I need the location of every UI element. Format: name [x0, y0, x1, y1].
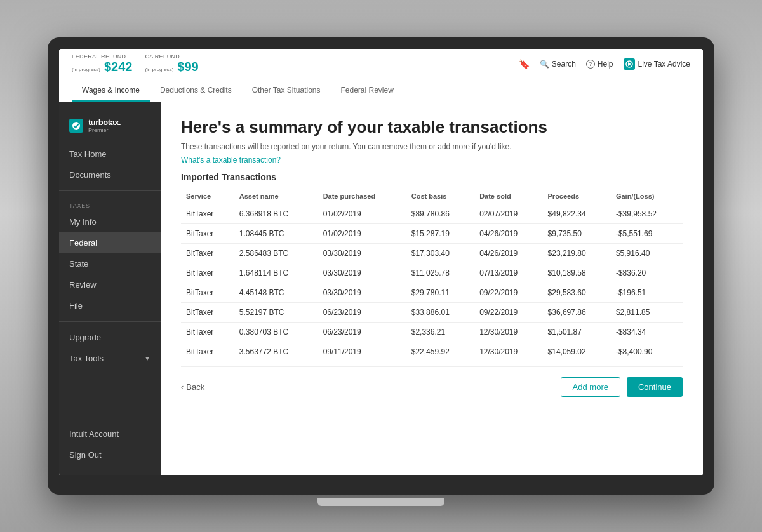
sidebar-divider-bottom	[59, 321, 161, 322]
help-button[interactable]: ? Help	[586, 60, 613, 69]
cell-service: BitTaxer	[181, 263, 234, 283]
live-tax-advice-button[interactable]: Live Tax Advice	[624, 58, 691, 70]
search-icon: 🔍	[540, 60, 549, 69]
cell-date-purchased: 03/30/2019	[318, 283, 406, 303]
col-proceeds: Proceeds	[543, 189, 611, 204]
cell-asset-name: 4.45148 BTC	[234, 283, 318, 303]
page-title: Here's a summary of your taxable transac…	[181, 117, 683, 137]
continue-button[interactable]: Continue	[627, 377, 683, 397]
cell-gain-loss: $2,811.85	[611, 303, 683, 323]
cell-gain-loss: -$834.34	[611, 323, 683, 342]
sidebar-section-taxes: TAXES	[59, 196, 161, 211]
help-icon: ?	[586, 60, 595, 69]
sidebar-item-intuit-account[interactable]: Intuit Account	[59, 423, 161, 444]
tab-deductions-credits[interactable]: Deductions & Credits	[150, 79, 242, 102]
svg-point-2	[72, 122, 80, 130]
table-row: BitTaxer 6.368918 BTC 01/02/2019 $89,780…	[181, 204, 683, 224]
cell-proceeds: $1,501.87	[543, 323, 611, 342]
transactions-table: Service Asset name Date purchased Cost b…	[181, 189, 683, 361]
search-button[interactable]: 🔍 Search	[540, 60, 576, 69]
table-row: BitTaxer 0.380703 BTC 06/23/2019 $2,336.…	[181, 323, 683, 342]
cell-asset-name: 6.368918 BTC	[234, 204, 318, 224]
col-date-purchased: Date purchased	[318, 189, 406, 204]
cell-service: BitTaxer	[181, 204, 234, 224]
cell-date-purchased: 03/30/2019	[318, 244, 406, 263]
cell-cost-basis: $2,336.21	[406, 323, 474, 342]
cell-cost-basis: $11,025.78	[406, 263, 474, 283]
tab-wages-income[interactable]: Wages & Income	[72, 79, 150, 102]
nav-tabs: Wages & Income Deductions & Credits Othe…	[59, 79, 703, 102]
sidebar-item-my-info[interactable]: My Info	[59, 211, 161, 232]
sidebar: turbotax. Premier Tax Home Documents TAX…	[59, 102, 161, 475]
cell-gain-loss: -$5,551.69	[611, 224, 683, 244]
sidebar-item-upgrade[interactable]: Upgrade	[59, 327, 161, 348]
cell-date-sold: 12/30/2019	[474, 323, 542, 342]
cell-date-purchased: 01/02/2019	[318, 204, 406, 224]
sidebar-item-file[interactable]: File	[59, 295, 161, 316]
cell-date-sold: 09/22/2019	[474, 303, 542, 323]
cell-gain-loss: -$196.51	[611, 283, 683, 303]
tab-federal-review[interactable]: Federal Review	[331, 79, 404, 102]
action-buttons: Add more Continue	[561, 377, 683, 397]
cell-cost-basis: $33,886.01	[406, 303, 474, 323]
cell-asset-name: 0.380703 BTC	[234, 323, 318, 342]
cell-gain-loss: -$836.20	[611, 263, 683, 283]
cell-service: BitTaxer	[181, 342, 234, 362]
cell-proceeds: $49,822.34	[543, 204, 611, 224]
col-date-sold: Date sold	[474, 189, 542, 204]
cell-cost-basis: $29,780.11	[406, 283, 474, 303]
cell-proceeds: $10,189.58	[543, 263, 611, 283]
sidebar-item-federal[interactable]: Federal	[59, 232, 161, 253]
cell-service: BitTaxer	[181, 303, 234, 323]
sidebar-item-sign-out[interactable]: Sign Out	[59, 444, 161, 465]
sidebar-footer: Intuit Account Sign Out	[59, 413, 161, 465]
main-content: Here's a summary of your taxable transac…	[161, 102, 703, 475]
federal-refund-sublabel: (in progress)	[72, 67, 100, 72]
cell-proceeds: $9,735.50	[543, 224, 611, 244]
section-title: Imported Transactions	[181, 172, 683, 182]
cell-date-sold: 07/13/2019	[474, 263, 542, 283]
col-service: Service	[181, 189, 234, 204]
table-row: BitTaxer 5.52197 BTC 06/23/2019 $33,886.…	[181, 303, 683, 323]
sidebar-item-tax-tools[interactable]: Tax Tools ▼	[59, 348, 161, 369]
cell-proceeds: $36,697.86	[543, 303, 611, 323]
cell-date-purchased: 09/11/2019	[318, 342, 406, 362]
cell-asset-name: 2.586483 BTC	[234, 244, 318, 263]
cell-service: BitTaxer	[181, 323, 234, 342]
sidebar-divider-taxes	[59, 190, 161, 191]
ca-refund-label: CA REFUND	[145, 53, 198, 60]
taxable-transaction-link[interactable]: What's a taxable transaction?	[181, 156, 281, 164]
bookmark-icon[interactable]: 🔖	[519, 59, 530, 69]
cell-asset-name: 5.52197 BTC	[234, 303, 318, 323]
add-more-button[interactable]: Add more	[561, 377, 620, 397]
back-button[interactable]: ‹ Back	[181, 382, 204, 392]
ca-refund-amount: $99	[177, 60, 198, 74]
page-subtitle: These transactions will be reported on y…	[181, 142, 683, 151]
ca-refund-sublabel: (in progress)	[145, 67, 173, 72]
chevron-down-icon: ▼	[144, 355, 150, 362]
federal-refund-label: FEDERAL REFUND	[72, 53, 132, 60]
cell-asset-name: 1.648114 BTC	[234, 263, 318, 283]
bottom-actions: ‹ Back Add more Continue	[181, 366, 683, 402]
cell-cost-basis: $89,780.86	[406, 204, 474, 224]
sidebar-item-state[interactable]: State	[59, 253, 161, 274]
ca-refund: CA REFUND (in progress) $99	[145, 53, 198, 74]
turbotax-logo-text: turbotax. Premier	[88, 117, 121, 133]
cell-asset-name: 1.08445 BTC	[234, 224, 318, 244]
table-row: BitTaxer 1.08445 BTC 01/02/2019 $15,287.…	[181, 224, 683, 244]
federal-refund-amount: $242	[104, 60, 133, 74]
table-row: BitTaxer 4.45148 BTC 03/30/2019 $29,780.…	[181, 283, 683, 303]
turbotax-logo-icon	[69, 119, 83, 133]
chevron-left-icon: ‹	[181, 382, 184, 392]
federal-refund: FEDERAL REFUND (in progress) $242	[72, 53, 132, 74]
sidebar-item-tax-home[interactable]: Tax Home	[59, 143, 161, 164]
sidebar-item-review[interactable]: Review	[59, 274, 161, 295]
cell-gain-loss: -$8,400.90	[611, 342, 683, 362]
cell-cost-basis: $15,287.19	[406, 224, 474, 244]
sidebar-item-documents[interactable]: Documents	[59, 164, 161, 185]
tab-other-tax[interactable]: Other Tax Situations	[242, 79, 331, 102]
cell-gain-loss: -$39,958.52	[611, 204, 683, 224]
cell-date-sold: 04/26/2019	[474, 224, 542, 244]
cell-proceeds: $29,583.60	[543, 283, 611, 303]
cell-date-sold: 12/30/2019	[474, 342, 542, 362]
